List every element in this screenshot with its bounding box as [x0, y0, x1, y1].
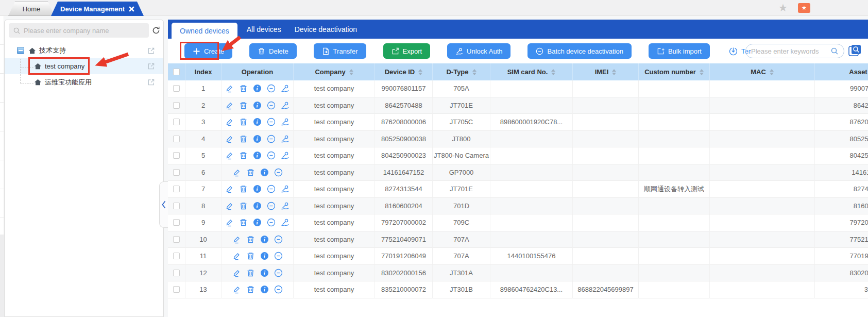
edit-icon[interactable] — [225, 185, 234, 193]
deactivate-icon[interactable] — [274, 235, 283, 244]
col-company[interactable]: Company — [294, 63, 375, 80]
col-asset-name[interactable]: Asset Name — [815, 63, 868, 80]
select-all-checkbox[interactable] — [173, 69, 180, 75]
sort-icon[interactable] — [349, 69, 353, 75]
export-node-icon[interactable] — [147, 47, 155, 55]
sort-icon[interactable] — [418, 69, 422, 75]
edit-icon[interactable] — [225, 218, 234, 227]
info-icon[interactable] — [253, 135, 262, 143]
batch-deactivation-button[interactable]: Batch device deactivation — [527, 43, 631, 59]
refresh-icon[interactable] — [151, 26, 161, 35]
delete-icon[interactable] — [246, 252, 255, 260]
star-icon[interactable]: ★ — [778, 2, 788, 13]
delete-icon[interactable] — [239, 151, 248, 160]
auth-icon[interactable] — [281, 118, 290, 126]
sort-icon[interactable] — [700, 69, 704, 75]
edit-icon[interactable] — [232, 235, 241, 244]
sort-icon[interactable] — [551, 69, 555, 75]
info-icon[interactable] — [260, 285, 269, 294]
row-checkbox[interactable] — [173, 85, 180, 92]
auth-icon[interactable] — [281, 218, 290, 227]
info-icon[interactable] — [253, 185, 262, 193]
create-button[interactable]: Create — [184, 43, 232, 59]
deactivate-icon[interactable] — [274, 269, 283, 277]
row-checkbox[interactable] — [173, 236, 180, 243]
delete-icon[interactable] — [239, 84, 248, 93]
delete-icon[interactable] — [246, 269, 255, 277]
edit-icon[interactable] — [232, 252, 241, 260]
delete-button[interactable]: Delete — [249, 43, 297, 59]
row-checkbox[interactable] — [173, 102, 180, 109]
bulk-import-button[interactable]: Bulk import — [649, 43, 710, 59]
col-device-id[interactable]: Device ID — [375, 63, 433, 80]
info-icon[interactable] — [260, 168, 269, 177]
bookmark-folder-icon[interactable]: ★ — [798, 3, 810, 13]
delete-icon[interactable] — [239, 101, 248, 110]
keyword-search-box[interactable] — [745, 44, 844, 58]
info-icon[interactable] — [253, 84, 262, 93]
row-checkbox[interactable] — [173, 253, 180, 259]
deactivate-icon[interactable] — [267, 151, 276, 160]
info-icon[interactable] — [253, 151, 262, 160]
edit-icon[interactable] — [225, 202, 234, 210]
tab-home[interactable]: Home — [8, 2, 55, 16]
export-node-icon[interactable] — [147, 62, 155, 70]
export-node-icon[interactable] — [147, 78, 155, 86]
auth-icon[interactable] — [281, 84, 290, 93]
col-mac[interactable]: MAC — [710, 63, 815, 80]
tab-device-management[interactable]: Device Management — [51, 2, 144, 16]
deactivate-icon[interactable] — [267, 202, 276, 210]
deactivate-icon[interactable] — [267, 101, 276, 110]
deactivate-icon[interactable] — [274, 252, 283, 260]
auth-icon[interactable] — [281, 101, 290, 110]
auth-icon[interactable] — [281, 135, 290, 143]
row-checkbox[interactable] — [173, 169, 180, 176]
delete-icon[interactable] — [239, 118, 248, 126]
edit-icon[interactable] — [225, 135, 234, 143]
close-icon[interactable] — [129, 6, 134, 12]
col-d-type[interactable]: D-Type — [433, 63, 490, 80]
sort-icon[interactable] — [770, 69, 774, 75]
row-checkbox[interactable] — [173, 286, 180, 293]
collapse-expander-icon[interactable] — [17, 47, 24, 54]
row-checkbox[interactable] — [173, 119, 180, 125]
delete-icon[interactable] — [239, 218, 248, 227]
info-icon[interactable] — [260, 269, 269, 277]
row-checkbox[interactable] — [173, 203, 180, 209]
auth-icon[interactable] — [281, 202, 290, 210]
info-icon[interactable] — [253, 118, 262, 126]
edit-icon[interactable] — [225, 118, 234, 126]
row-checkbox[interactable] — [173, 186, 180, 192]
row-checkbox[interactable] — [173, 136, 180, 142]
tree-node-yunweibao[interactable]: 运维宝功能应用 — [5, 74, 163, 90]
advanced-search-icon[interactable] — [848, 44, 862, 58]
sidebar-collapse-handle[interactable] — [159, 181, 168, 228]
deactivate-icon[interactable] — [267, 218, 276, 227]
tab-all-devices[interactable]: All devices — [247, 25, 281, 34]
auth-icon[interactable] — [281, 185, 290, 193]
delete-icon[interactable] — [246, 285, 255, 294]
edit-icon[interactable] — [232, 269, 241, 277]
col-custom-number[interactable]: Custom number — [639, 63, 710, 80]
export-button[interactable]: Export — [383, 43, 431, 59]
info-icon[interactable] — [253, 218, 262, 227]
edit-icon[interactable] — [225, 151, 234, 160]
delete-icon[interactable] — [239, 185, 248, 193]
edit-icon[interactable] — [225, 101, 234, 110]
row-checkbox[interactable] — [173, 152, 180, 159]
tree-node-root[interactable]: 技术支持 — [5, 43, 163, 58]
info-icon[interactable] — [260, 252, 269, 260]
auth-icon[interactable] — [281, 151, 290, 160]
edit-icon[interactable] — [232, 285, 241, 294]
deactivate-icon[interactable] — [267, 135, 276, 143]
deactivate-icon[interactable] — [267, 185, 276, 193]
edit-icon[interactable] — [225, 84, 234, 93]
info-icon[interactable] — [253, 101, 262, 110]
delete-icon[interactable] — [239, 135, 248, 143]
delete-icon[interactable] — [246, 235, 255, 244]
deactivate-icon[interactable] — [274, 285, 283, 294]
sort-icon[interactable] — [472, 69, 476, 75]
company-search-box[interactable] — [9, 23, 149, 38]
info-icon[interactable] — [253, 202, 262, 210]
delete-icon[interactable] — [246, 168, 255, 177]
